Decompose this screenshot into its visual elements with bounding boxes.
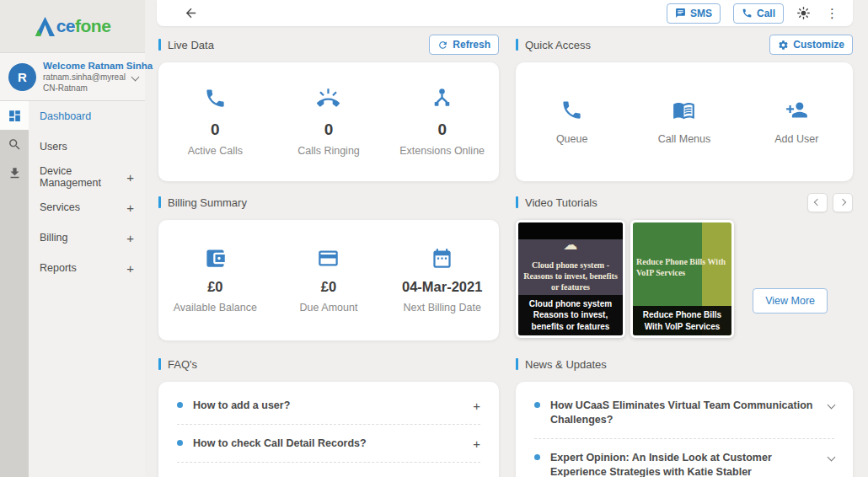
phone-ringing-icon xyxy=(317,87,340,110)
expand-plus-icon[interactable]: + xyxy=(473,437,480,450)
carousel-prev-button[interactable] xyxy=(807,193,828,212)
live-data-section: Live Data Refresh 0 Active Calls 0 Calls… xyxy=(158,34,499,181)
avatar: R xyxy=(8,63,36,91)
gear-icon xyxy=(778,40,789,51)
download-icon xyxy=(8,166,22,180)
user-cn: CN-Ratnam xyxy=(43,83,126,93)
sun-icon xyxy=(796,6,811,20)
sidebar-item-reports[interactable]: Reports + xyxy=(29,253,145,283)
main-content: Live Data Refresh 0 Active Calls 0 Calls… xyxy=(158,34,853,477)
expand-plus-icon: + xyxy=(126,201,134,215)
stat-extensions-online: 0 Extensions Online xyxy=(385,87,499,157)
quick-access-queue[interactable]: Queue xyxy=(516,99,628,145)
faq-item[interactable]: How to check Call Detail Records? + xyxy=(177,424,480,462)
back-button[interactable] xyxy=(182,4,200,22)
section-title: Billing Summary xyxy=(168,196,247,209)
refresh-icon xyxy=(437,40,448,51)
call-button[interactable]: Call xyxy=(733,3,784,24)
sms-button[interactable]: SMS xyxy=(667,3,721,24)
section-title: Video Tutorials xyxy=(525,196,597,209)
faq-section: FAQ's How to add a user? + How to check … xyxy=(158,353,499,477)
sidebar-item-dashboard[interactable]: Dashboard xyxy=(29,101,145,131)
chevron-down-icon[interactable] xyxy=(828,401,836,410)
stat-value: 0 xyxy=(211,121,220,139)
wallet-icon xyxy=(204,247,227,270)
video-overlay-title: Cloud phone system - Reasons to invest, … xyxy=(520,260,621,292)
stat-due-amount: £0 Due Amount xyxy=(272,247,386,314)
bullet-icon xyxy=(534,402,540,408)
user-email: ratnam.sinha@myrealdata.net xyxy=(43,72,126,82)
sidebar-item-services[interactable]: Services + xyxy=(29,192,145,222)
quick-access-call-menus[interactable]: Call Menus xyxy=(628,99,740,145)
stat-value: £0 xyxy=(207,279,222,295)
video-tutorials-section: Video Tutorials ☁ Cloud phone system - R… xyxy=(516,191,853,343)
video-caption: Reduce Phone Bills With VoIP Services xyxy=(633,306,731,335)
extensions-icon xyxy=(431,87,453,110)
acefone-logo-icon xyxy=(35,16,56,37)
sidebar-item-billing[interactable]: Billing + xyxy=(29,222,145,253)
brightness-toggle[interactable] xyxy=(796,6,811,20)
quick-access-add-user[interactable]: Add User xyxy=(741,99,853,145)
expand-plus-icon: + xyxy=(126,261,134,276)
video-thumbnail[interactable]: ☁ Cloud phone system - Reasons to invest… xyxy=(516,220,625,338)
phone-icon xyxy=(742,8,753,19)
chevron-right-icon xyxy=(839,199,846,206)
news-item[interactable]: How UCaaS Eliminates Virtual Team Commun… xyxy=(534,387,834,438)
add-user-icon xyxy=(785,99,808,121)
stat-value: 04-Mar-2021 xyxy=(402,279,482,295)
news-item[interactable]: Expert Opinion: An Inside Look at Custom… xyxy=(534,438,834,477)
chevron-left-icon xyxy=(814,199,821,206)
icon-rail xyxy=(0,101,29,477)
topbar: SMS Call ⋮ xyxy=(157,0,853,26)
user-profile[interactable]: R Welcome Ratnam Sinha ratnam.sinha@myre… xyxy=(0,52,145,101)
stat-label: Next Billing Date xyxy=(403,302,480,314)
sidebar: cefone R Welcome Ratnam Sinha ratnam.sin… xyxy=(0,0,145,477)
bullet-icon xyxy=(177,402,183,408)
bullet-icon xyxy=(177,440,183,446)
quick-access-label: Queue xyxy=(556,133,588,145)
section-accent-bar xyxy=(158,358,161,370)
carousel-next-button[interactable] xyxy=(833,193,853,212)
calendar-icon xyxy=(431,247,453,270)
phone-icon xyxy=(204,87,227,110)
section-title: News & Updates xyxy=(525,358,607,371)
faq-card: How to add a user? + How to check Call D… xyxy=(158,382,499,477)
arrow-back-icon xyxy=(184,6,198,20)
sidebar-item-users[interactable]: Users xyxy=(29,131,145,162)
expand-plus-icon[interactable]: + xyxy=(473,399,480,412)
more-options-icon[interactable]: ⋮ xyxy=(823,7,841,19)
rail-download-icon[interactable] xyxy=(0,158,29,187)
billing-summary-card: £0 Available Balance £0 Due Amount 04-Ma… xyxy=(158,220,499,340)
dashboard-grid-icon xyxy=(8,109,22,123)
section-title: FAQ's xyxy=(168,358,197,371)
customize-button[interactable]: Customize xyxy=(769,35,853,55)
section-accent-bar xyxy=(516,358,518,370)
stat-label: Available Balance xyxy=(174,302,257,314)
faq-item[interactable]: How to add balance? + xyxy=(177,462,480,477)
section-title: Live Data xyxy=(168,39,214,51)
video-carousel: ☁ Cloud phone system - Reasons to invest… xyxy=(516,220,853,343)
rail-search-icon[interactable] xyxy=(0,130,29,158)
acefone-logo[interactable]: cefone xyxy=(0,0,145,52)
quick-access-label: Add User xyxy=(774,133,818,145)
news-card: How UCaaS Eliminates Virtual Team Commun… xyxy=(516,382,853,477)
stat-label: Due Amount xyxy=(300,302,358,314)
chevron-down-icon[interactable] xyxy=(828,453,836,461)
acefone-logo-text: cefone xyxy=(56,16,111,36)
sidebar-item-device-management[interactable]: Device Management + xyxy=(29,162,145,192)
faq-item[interactable]: How to add a user? + xyxy=(177,387,480,424)
view-more-button[interactable]: View More xyxy=(753,288,828,314)
section-accent-bar xyxy=(158,196,161,208)
refresh-button[interactable]: Refresh xyxy=(429,35,499,55)
stat-value: 0 xyxy=(324,121,334,139)
live-data-card: 0 Active Calls 0 Calls Ringing 0 Exte xyxy=(158,62,499,181)
cloud-illustration: ☁ xyxy=(518,238,623,252)
rail-dashboard-icon[interactable] xyxy=(0,101,29,130)
search-icon xyxy=(8,137,22,152)
chevron-down-icon xyxy=(131,72,140,81)
stat-active-calls: 0 Active Calls xyxy=(158,87,272,157)
stat-label: Active Calls xyxy=(188,145,243,157)
billing-summary-section: Billing Summary £0 Available Balance £0 … xyxy=(158,191,499,343)
chat-icon xyxy=(675,8,686,19)
video-thumbnail[interactable]: Reduce Phone Bills With VoIP Services Re… xyxy=(630,220,734,338)
